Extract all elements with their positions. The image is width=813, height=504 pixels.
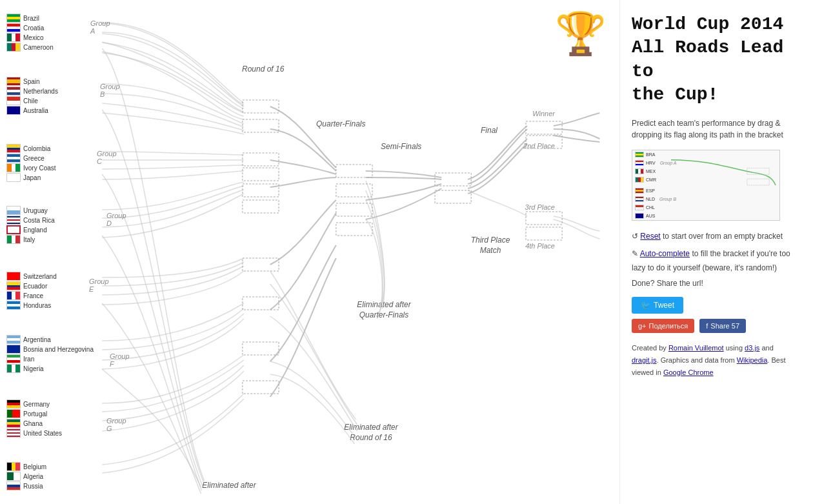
flag-greece	[6, 154, 21, 163]
flag-brazil	[6, 14, 21, 23]
team-cameroon[interactable]: Cameroon	[6, 43, 54, 52]
flag-ghana	[6, 419, 21, 428]
flag-croatia	[6, 23, 21, 32]
flag-chile	[6, 96, 21, 105]
team-algeria[interactable]: Algeria	[6, 472, 46, 481]
flag-australia	[6, 106, 21, 115]
svg-rect-16	[526, 121, 562, 134]
group-a-label: Group A	[90, 19, 110, 35]
twitter-icon: 🐦	[641, 301, 650, 310]
flag-nigeria	[6, 364, 21, 373]
flag-germany	[6, 399, 21, 408]
svg-rect-3	[243, 168, 279, 181]
author-link[interactable]: Romain Vuillemot	[668, 344, 724, 352]
team-iran[interactable]: Iran	[6, 354, 94, 363]
team-bosnia[interactable]: Bosnia and Herzegovina	[6, 345, 94, 354]
team-colombia[interactable]: Colombia	[6, 144, 56, 153]
svg-rect-2	[243, 153, 279, 166]
team-spain[interactable]: Spain	[6, 77, 58, 86]
group-e-label: Group E	[89, 277, 109, 293]
group-h: Belgium Algeria Russia	[6, 461, 46, 491]
flag-england	[6, 225, 21, 234]
fb-icon: f	[706, 322, 708, 330]
flag-portugal	[6, 409, 21, 418]
flag-argentina	[6, 335, 21, 344]
team-germany[interactable]: Germany	[6, 399, 62, 408]
team-switzerland[interactable]: Switzerland	[6, 272, 57, 281]
round-of-16-label: Round of 16	[242, 65, 284, 74]
team-honduras[interactable]: Honduras	[6, 301, 57, 310]
svg-rect-19	[526, 227, 562, 240]
flag-italy	[6, 235, 21, 244]
svg-rect-7	[243, 297, 279, 310]
flag-netherlands	[6, 86, 21, 96]
quarter-finals-label: Quarter-Finals	[316, 119, 365, 128]
tweet-button[interactable]: 🐦 Tweet	[632, 297, 683, 314]
svg-rect-8	[243, 342, 279, 355]
team-portugal[interactable]: Portugal	[6, 409, 62, 418]
winner-label: Winner	[532, 110, 555, 117]
group-e: Switzerland Ecuador France Honduras Grou…	[6, 271, 57, 310]
elim-groups-label: Eliminated after	[190, 481, 268, 491]
team-brazil[interactable]: Brazil	[6, 14, 54, 23]
svg-rect-0	[243, 100, 279, 113]
team-japan[interactable]: Japan	[6, 173, 56, 182]
team-belgium[interactable]: Belgium	[6, 462, 46, 471]
svg-rect-10	[336, 165, 372, 177]
third-place-label: Third PlaceMatch	[465, 236, 516, 256]
flag-usa	[6, 428, 21, 438]
team-mexico[interactable]: Mexico	[6, 33, 54, 42]
team-ivory-coast[interactable]: Ivory Coast	[6, 163, 56, 172]
group-a: Brazil Croatia Mexico Cameroon Group A	[6, 13, 54, 52]
team-greece[interactable]: Greece	[6, 154, 56, 163]
elim-qf-label: Eliminated afterQuarter-Finals	[345, 300, 423, 320]
chrome-link[interactable]: Google Chrome	[663, 368, 714, 376]
pencil-icon: ✎	[632, 249, 638, 258]
wikipedia-link[interactable]: Wikipedia	[737, 356, 768, 364]
svg-rect-15	[435, 190, 471, 203]
flag-iran	[6, 354, 21, 363]
group-g-label: Group G	[106, 417, 126, 432]
d3-link[interactable]: d3.js	[745, 344, 759, 352]
reset-icon: ↺	[632, 232, 638, 241]
team-australia[interactable]: Australia	[6, 106, 58, 115]
info-panel: World Cup 2014 All Roads Lead to the Cup…	[619, 0, 813, 504]
team-england[interactable]: England	[6, 225, 55, 234]
group-c-label: Group C	[97, 150, 117, 165]
second-label: 2nd Place	[523, 142, 555, 150]
facebook-button[interactable]: f Share 57	[699, 319, 746, 333]
bracket-thumbnail: BRA HRV Group A MEX CMR ESP	[632, 150, 780, 221]
team-ghana[interactable]: Ghana	[6, 419, 62, 428]
flag-belgium	[6, 462, 21, 471]
done-text: Done? Share the url!	[632, 279, 801, 288]
team-chile[interactable]: Chile	[6, 96, 58, 105]
flag-uruguay	[6, 206, 21, 215]
team-uruguay[interactable]: Uruguay	[6, 206, 55, 215]
gplus-button[interactable]: g+ Поделиться	[632, 319, 694, 333]
team-italy[interactable]: Italy	[6, 235, 55, 244]
team-ecuador[interactable]: Ecuador	[6, 281, 57, 290]
flag-japan	[6, 173, 21, 182]
autocomplete-link[interactable]: ✎ Auto-complete to fill the bracket if y…	[632, 247, 801, 275]
team-france[interactable]: France	[6, 291, 57, 300]
flag-bosnia	[6, 345, 21, 354]
group-b: Spain Netherlands Chile Australia Group …	[6, 76, 58, 116]
svg-rect-4	[243, 184, 279, 197]
flag-ivory-coast	[6, 163, 21, 172]
credits: Created by Romain Vuillemot using d3.js …	[632, 342, 801, 378]
fourth-label: 4th Place	[525, 242, 555, 250]
reset-anchor[interactable]: Reset	[640, 232, 660, 241]
flag-honduras	[6, 301, 21, 310]
team-netherlands[interactable]: Netherlands	[6, 86, 58, 96]
team-russia[interactable]: Russia	[6, 481, 46, 490]
dragit-link[interactable]: dragit.js	[632, 356, 657, 364]
autocomplete-anchor[interactable]: Auto-complete	[640, 249, 690, 258]
team-croatia[interactable]: Croatia	[6, 23, 54, 32]
team-usa[interactable]: United States	[6, 428, 62, 438]
team-nigeria[interactable]: Nigeria	[6, 364, 94, 373]
flag-algeria	[6, 472, 21, 481]
gplus-icon: g+	[638, 322, 647, 330]
team-argentina[interactable]: Argentina	[6, 335, 94, 344]
reset-link[interactable]: ↺ Reset to start over from an empty brac…	[632, 230, 801, 244]
team-costa-rica[interactable]: Costa Rica	[6, 216, 55, 225]
